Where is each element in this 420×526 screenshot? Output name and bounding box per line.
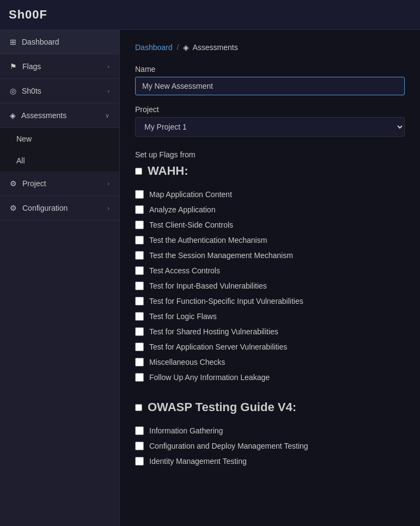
flag-checkbox-shared-hosting[interactable] — [135, 327, 144, 336]
flag-label: Information Gathering — [149, 426, 223, 435]
flag-checkbox-followup[interactable] — [135, 373, 144, 382]
assessments-submenu: New All — [0, 128, 119, 172]
project-select[interactable]: My Project 1 — [135, 117, 405, 137]
sidebar-item-label: Flags — [22, 62, 41, 71]
flag-item: Test the Authentication Mechanism — [135, 233, 405, 248]
flag-item: Identity Management Testing — [135, 454, 405, 469]
flag-item: Miscellaneous Checks — [135, 354, 405, 370]
flag-item: Test Access Controls — [135, 263, 405, 278]
flag-checkbox-session[interactable] — [135, 251, 144, 260]
chevron-right-icon: › — [107, 205, 109, 211]
flag-label: Analyze Application — [149, 205, 215, 214]
sidebar-item-dashboard[interactable]: ⊞ Dashboard — [0, 30, 119, 54]
owasp-group-header: OWASP Testing Guide V4: — [135, 400, 405, 414]
flag-checkbox-function-input[interactable] — [135, 297, 144, 305]
sidebar-item-flags[interactable]: ⚑ Flags › — [0, 54, 119, 79]
sh0ts-icon: ◎ — [10, 87, 16, 95]
flag-item: Information Gathering — [135, 423, 405, 438]
flags-section-title-text: Set up Flags from — [135, 150, 196, 159]
breadcrumb-separator: / — [177, 43, 179, 52]
flag-label: Test for Input-Based Vulnerabilities — [149, 282, 267, 290]
sidebar-item-label: Assessments — [21, 111, 66, 120]
submenu-item-new[interactable]: New — [0, 128, 119, 150]
flag-label: Map Application Content — [149, 190, 232, 199]
flag-checkbox-app-server[interactable] — [135, 342, 144, 351]
sidebar-item-label: Project — [22, 179, 46, 188]
flag-checkbox-misc[interactable] — [135, 358, 144, 366]
name-label: Name — [135, 65, 405, 74]
submenu-item-all[interactable]: All — [0, 150, 119, 172]
flags-icon: ⚑ — [10, 62, 17, 71]
sidebar-item-assessments[interactable]: ◈ Assessments ∨ — [0, 103, 119, 128]
flag-checkbox-map-app[interactable] — [135, 190, 144, 199]
flag-label: Identity Management Testing — [149, 457, 247, 466]
flag-item: Analyze Application — [135, 202, 405, 217]
flag-item: Test the Session Management Mechanism — [135, 248, 405, 263]
flag-checkbox-analyze[interactable] — [135, 205, 144, 214]
flag-checkbox-access[interactable] — [135, 266, 144, 275]
flag-checkbox-identity[interactable] — [135, 457, 144, 466]
flag-checkbox-input-vuln[interactable] — [135, 282, 144, 290]
flag-item: Map Application Content — [135, 187, 405, 202]
flag-item: Test for Shared Hosting Vulnerabilities — [135, 324, 405, 339]
wahh-group-title: WAHH: — [148, 164, 188, 178]
topbar: Sh00F — [0, 0, 420, 30]
flag-item: Test for Logic Flaws — [135, 309, 405, 324]
flag-checkbox-config-deploy[interactable] — [135, 442, 144, 450]
name-input[interactable] — [135, 77, 405, 95]
flag-label: Test for Application Server Vulnerabilit… — [149, 342, 287, 351]
flag-label: Miscellaneous Checks — [149, 358, 225, 366]
chevron-right-icon: › — [107, 180, 109, 187]
flag-label: Follow Up Any Information Leakage — [149, 373, 270, 382]
wahh-group-header: WAHH: — [135, 164, 405, 178]
flag-item: Test for Application Server Vulnerabilit… — [135, 339, 405, 354]
content-area: Dashboard / ◈ Assessments Name Project M… — [120, 30, 420, 526]
sidebar-item-project[interactable]: ⚙ Project › — [0, 172, 119, 196]
flag-checkbox-info-gathering[interactable] — [135, 426, 144, 435]
chevron-right-icon: › — [107, 88, 109, 94]
flag-label: Test Access Controls — [149, 266, 220, 275]
flag-checkbox-client-side[interactable] — [135, 221, 144, 229]
flag-item: Test for Input-Based Vulnerabilities — [135, 278, 405, 293]
breadcrumb-current-label: Assessments — [192, 43, 238, 52]
flag-item: Test Client-Side Controls — [135, 217, 405, 233]
project-icon: ⚙ — [10, 179, 17, 188]
wahh-group-checkbox[interactable] — [135, 168, 142, 175]
sidebar-item-sh0ts[interactable]: ◎ Sh0ts › — [0, 79, 119, 103]
chevron-right-icon: › — [107, 63, 109, 70]
wahh-flag-list: Map Application Content Analyze Applicat… — [135, 187, 405, 385]
flag-label: Test Client-Side Controls — [149, 221, 233, 229]
flag-label: Test for Shared Hosting Vulnerabilities — [149, 327, 278, 336]
owasp-flag-list: Information Gathering Configuration and … — [135, 423, 405, 469]
flag-item: Test for Function-Specific Input Vulnera… — [135, 293, 405, 309]
flag-label: Test the Session Management Mechanism — [149, 251, 293, 260]
breadcrumb-current: ◈ Assessments — [183, 43, 238, 52]
flag-item: Configuration and Deploy Management Test… — [135, 438, 405, 454]
sidebar-item-configuration[interactable]: ⚙ Configuration › — [0, 196, 119, 221]
breadcrumb-dashboard-link[interactable]: Dashboard — [135, 43, 173, 52]
sidebar-item-label: Configuration — [22, 204, 68, 212]
flag-label: Configuration and Deploy Management Test… — [149, 442, 308, 450]
owasp-group-title: OWASP Testing Guide V4: — [148, 400, 296, 414]
flags-section-title: Set up Flags from — [135, 150, 405, 160]
assessments-breadcrumb-icon: ◈ — [183, 43, 189, 52]
assessments-icon: ◈ — [10, 111, 16, 120]
breadcrumb: Dashboard / ◈ Assessments — [135, 43, 405, 52]
sidebar: ⊞ Dashboard ⚑ Flags › ◎ Sh0ts › ◈ Assess… — [0, 30, 120, 526]
logo: Sh00F — [9, 8, 47, 22]
sidebar-item-label: Sh0ts — [22, 87, 41, 95]
flag-label: Test for Function-Specific Input Vulnera… — [149, 297, 303, 305]
flag-checkbox-logic[interactable] — [135, 312, 144, 321]
flag-item: Follow Up Any Information Leakage — [135, 370, 405, 385]
main-layout: ⊞ Dashboard ⚑ Flags › ◎ Sh0ts › ◈ Assess… — [0, 30, 420, 526]
project-label: Project — [135, 105, 405, 114]
dashboard-icon: ⊞ — [10, 38, 16, 46]
owasp-group-checkbox[interactable] — [135, 404, 142, 411]
configuration-icon: ⚙ — [10, 204, 17, 212]
sidebar-item-label: Dashboard — [22, 38, 59, 46]
flag-checkbox-auth[interactable] — [135, 236, 144, 244]
chevron-down-icon: ∨ — [105, 112, 109, 119]
flag-label: Test the Authentication Mechanism — [149, 236, 267, 244]
logo-text: Sh00F — [9, 8, 47, 21]
flag-label: Test for Logic Flaws — [149, 312, 217, 321]
